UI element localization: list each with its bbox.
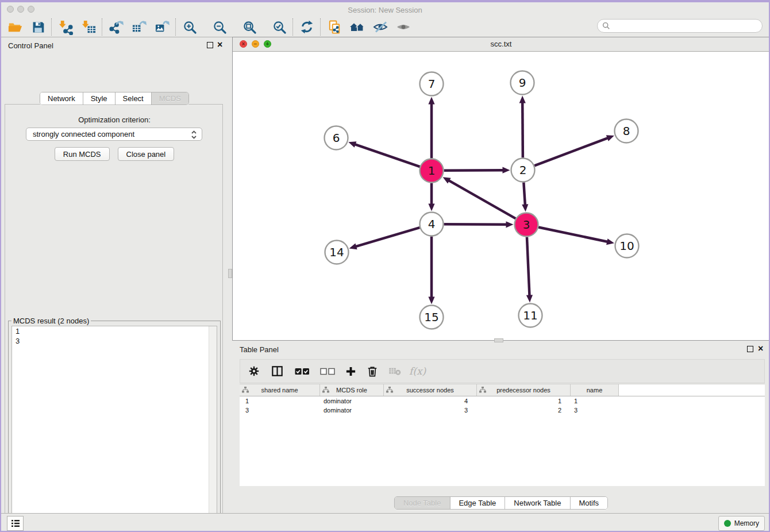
- open-session-icon[interactable]: [7, 19, 23, 35]
- cell-shared-name[interactable]: 3: [240, 406, 320, 415]
- graph-node-11[interactable]: 11: [519, 304, 542, 327]
- node-table[interactable]: shared nameMCDS rolesuccessor nodesprede…: [240, 384, 765, 486]
- export-table-icon[interactable]: [131, 19, 147, 35]
- vertical-splitter-grip[interactable]: [228, 269, 232, 278]
- graph-edge-2-9[interactable]: [522, 102, 523, 157]
- float-panel-icon[interactable]: [207, 42, 213, 48]
- graph-edge-4-3[interactable]: [444, 224, 507, 225]
- title-bar: Session: New Session: [0, 2, 770, 17]
- export-image-icon[interactable]: [154, 19, 170, 35]
- zoom-fit-icon[interactable]: [241, 19, 257, 35]
- save-session-icon[interactable]: [30, 19, 46, 35]
- table-row[interactable]: 3dominator323: [240, 406, 765, 415]
- tab-node-table[interactable]: Node Table: [395, 497, 451, 509]
- search-text-field[interactable]: [610, 21, 762, 30]
- tab-network-table[interactable]: Network Table: [505, 497, 570, 509]
- graph-node-8[interactable]: 8: [615, 119, 638, 143]
- cell-predecessor-nodes[interactable]: 2: [477, 406, 571, 415]
- task-history-button[interactable]: [7, 516, 24, 531]
- column-header-mcds-role[interactable]: MCDS role: [320, 384, 384, 396]
- graph-node-3[interactable]: 3: [515, 213, 538, 237]
- import-network-icon[interactable]: [57, 19, 74, 35]
- graph-arrowhead-4-14: [349, 244, 357, 250]
- graph-arrowhead-4-15: [428, 297, 434, 304]
- graph-node-15[interactable]: 15: [420, 306, 444, 329]
- graph-node-1[interactable]: 1: [420, 159, 444, 183]
- select-all-rows-icon[interactable]: [295, 368, 310, 375]
- graph-edge-1-2[interactable]: [444, 170, 503, 171]
- graph-edge-3-1[interactable]: [448, 180, 515, 219]
- graph-edge-2-3[interactable]: [523, 182, 525, 205]
- memory-label: Memory: [734, 519, 759, 527]
- close-panel-button[interactable]: Close panel: [118, 147, 175, 161]
- graph-arrowhead-1-6: [348, 141, 356, 148]
- column-header-shared-name[interactable]: shared name: [240, 384, 320, 396]
- table-tab-bar: Node TableEdge TableNetwork TableMotifs: [394, 496, 608, 510]
- graph-edge-1-6[interactable]: [355, 144, 420, 167]
- table-settings-icon[interactable]: [248, 365, 260, 377]
- graph-edge-3-11[interactable]: [527, 237, 530, 296]
- mcds-result-group: MCDS result (2 nodes) 13: [8, 321, 221, 532]
- split-columns-icon[interactable]: [271, 365, 283, 377]
- zoom-selected-icon[interactable]: [271, 19, 287, 35]
- search-input[interactable]: [597, 19, 763, 33]
- cell-successor-nodes[interactable]: 3: [384, 406, 477, 415]
- network-window-titlebar[interactable]: × − + scc.txt: [233, 37, 769, 52]
- column-header-predecessor-nodes[interactable]: predecessor nodes: [477, 384, 571, 396]
- column-header-successor-nodes[interactable]: successor nodes: [384, 384, 477, 396]
- graph-node-10[interactable]: 10: [615, 234, 639, 258]
- tab-edge-table[interactable]: Edge Table: [450, 497, 505, 509]
- apply-layout-icon[interactable]: [299, 19, 315, 35]
- graph-edge-3-10[interactable]: [538, 227, 608, 242]
- network-graph[interactable]: 7968124314101511: [233, 51, 769, 340]
- add-column-icon[interactable]: [345, 366, 356, 377]
- graph-node-6[interactable]: 6: [325, 126, 348, 150]
- graph-edge-4-14[interactable]: [355, 228, 419, 246]
- mcds-result-list[interactable]: 13: [11, 326, 217, 532]
- close-panel-icon[interactable]: ×: [217, 42, 222, 48]
- graph-edge-2-8[interactable]: [534, 138, 609, 166]
- result-scrollbar[interactable]: [209, 326, 217, 532]
- control-panel-title: Control Panel: [8, 41, 53, 50]
- column-header-name[interactable]: name: [571, 384, 619, 396]
- cell-name[interactable]: 1: [571, 396, 619, 406]
- zoom-in-icon[interactable]: [182, 19, 198, 35]
- result-line: 3: [12, 336, 217, 346]
- close-table-panel-icon[interactable]: ×: [758, 346, 763, 352]
- tab-mcds[interactable]: MCDS: [152, 92, 188, 105]
- run-mcds-button[interactable]: Run MCDS: [55, 147, 110, 161]
- float-table-panel-icon[interactable]: [747, 346, 753, 352]
- cell-name[interactable]: 3: [571, 406, 619, 415]
- graph-node-14[interactable]: 14: [325, 241, 349, 264]
- memory-button[interactable]: Memory: [718, 516, 765, 531]
- graph-arrowhead-2-9: [519, 95, 526, 103]
- tab-network[interactable]: Network: [40, 92, 83, 105]
- first-neighbors-icon[interactable]: [349, 19, 365, 35]
- cell-successor-nodes[interactable]: 4: [384, 396, 477, 406]
- network-window-title: scc.txt: [233, 40, 769, 48]
- tab-select[interactable]: Select: [116, 92, 152, 105]
- graph-node-7[interactable]: 7: [420, 72, 444, 96]
- show-all-icon[interactable]: [395, 19, 411, 35]
- delete-selected-icon[interactable]: [367, 365, 378, 377]
- criterion-dropdown[interactable]: strongly connected component: [26, 128, 202, 141]
- table-row[interactable]: 1dominator411: [240, 396, 765, 406]
- tab-style[interactable]: Style: [83, 92, 116, 105]
- deselect-all-rows-icon[interactable]: [320, 368, 335, 375]
- duplicate-network-icon[interactable]: [326, 19, 342, 35]
- toolbar-separator: [175, 18, 176, 36]
- tab-motifs[interactable]: Motifs: [570, 497, 607, 509]
- cell-predecessor-nodes[interactable]: 1: [477, 396, 571, 406]
- cell-mcds-role[interactable]: dominator: [320, 396, 384, 406]
- zoom-out-icon[interactable]: [211, 19, 228, 35]
- graph-node-4[interactable]: 4: [420, 213, 444, 236]
- export-network-icon[interactable]: [108, 19, 124, 35]
- import-table-icon[interactable]: [80, 19, 97, 35]
- graph-node-2[interactable]: 2: [511, 159, 535, 182]
- graph-arrowhead-3-11: [526, 295, 533, 302]
- svg-text:4: 4: [428, 217, 436, 231]
- hide-selected-icon[interactable]: [372, 19, 388, 35]
- graph-node-9[interactable]: 9: [511, 71, 534, 95]
- cell-shared-name[interactable]: 1: [240, 396, 320, 406]
- cell-mcds-role[interactable]: dominator: [320, 406, 384, 415]
